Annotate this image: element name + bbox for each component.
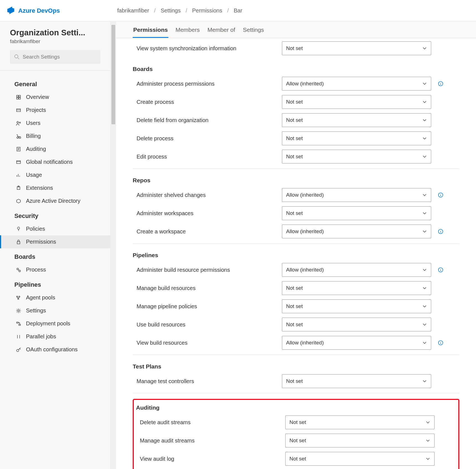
sidebar-item-label: Process bbox=[26, 267, 46, 273]
permission-select[interactable]: Not set bbox=[282, 281, 431, 295]
permission-select[interactable]: Not set bbox=[282, 41, 431, 55]
breadcrumb-separator: / bbox=[185, 7, 187, 14]
tab-member-of[interactable]: Member of bbox=[207, 27, 236, 38]
tab-permissions[interactable]: Permissions bbox=[133, 27, 168, 38]
permission-select[interactable]: Not set bbox=[282, 318, 431, 331]
info-icon[interactable] bbox=[438, 192, 443, 198]
permission-row: Administer shelved changesAllow (inherit… bbox=[133, 186, 459, 204]
permission-row: Create a workspaceAllow (inherited) bbox=[133, 222, 459, 241]
permission-select[interactable]: Not set bbox=[282, 150, 431, 164]
permission-label: Manage build resources bbox=[133, 285, 282, 291]
sidebar-item-parallel-jobs[interactable]: Parallel jobs bbox=[0, 330, 110, 343]
billing-icon bbox=[15, 133, 22, 139]
permission-select[interactable]: Not set bbox=[282, 131, 431, 145]
sidebar-item-label: Users bbox=[26, 120, 40, 126]
breadcrumb-separator: / bbox=[154, 7, 156, 14]
sidebar-item-label: Auditing bbox=[26, 146, 46, 152]
permission-select[interactable]: Not set bbox=[282, 113, 431, 127]
nav: GeneralOverviewProjectsUsersBillingAudit… bbox=[0, 76, 110, 356]
permission-select[interactable]: Not set bbox=[285, 415, 435, 429]
search-box[interactable] bbox=[10, 50, 100, 64]
sidebar-item-permissions[interactable]: Permissions bbox=[0, 235, 110, 248]
chevron-down-icon bbox=[425, 420, 430, 425]
agent-pools-icon bbox=[15, 295, 22, 301]
permission-select[interactable]: Not set bbox=[282, 299, 431, 313]
permission-label: View system synchronization information bbox=[133, 45, 282, 52]
permission-select[interactable]: Not set bbox=[282, 206, 431, 220]
chevron-down-icon bbox=[422, 154, 427, 159]
breadcrumb: fabrikamfiber/Settings/Permissions/Bar bbox=[117, 7, 242, 14]
permission-row: Delete processNot set bbox=[133, 129, 459, 147]
permission-select[interactable]: Allow (inherited) bbox=[282, 77, 431, 91]
permission-value: Not set bbox=[289, 419, 306, 425]
permission-value: Allow (inherited) bbox=[286, 267, 324, 273]
permission-label: Create a workspace bbox=[133, 228, 282, 235]
tab-settings[interactable]: Settings bbox=[242, 27, 265, 38]
sidebar-item-label: Settings bbox=[26, 307, 46, 314]
breadcrumb-item[interactable]: Bar bbox=[234, 7, 242, 14]
permission-select[interactable]: Not set bbox=[285, 434, 435, 447]
permission-select[interactable]: Allow (inherited) bbox=[282, 225, 431, 238]
sidebar-item-label: Overview bbox=[26, 94, 49, 100]
permissions-body: View system synchronization informationN… bbox=[133, 38, 459, 469]
sidebar-item-deployment-pools[interactable]: Deployment pools bbox=[0, 317, 110, 330]
permission-row: Administer process permissionsAllow (inh… bbox=[133, 75, 459, 93]
chevron-down-icon bbox=[425, 456, 430, 461]
permission-label: Manage pipeline policies bbox=[133, 303, 282, 310]
sidebar-item-usage[interactable]: Usage bbox=[0, 168, 110, 181]
sidebar-item-label: Usage bbox=[26, 172, 42, 178]
sidebar-item-label: Billing bbox=[26, 133, 41, 139]
sidebar-item-agent-pools[interactable]: Agent pools bbox=[0, 291, 110, 304]
breadcrumb-item[interactable]: Settings bbox=[161, 7, 181, 14]
permission-select[interactable]: Allow (inherited) bbox=[282, 263, 431, 277]
info-icon[interactable] bbox=[438, 229, 443, 234]
chevron-down-icon bbox=[422, 322, 427, 327]
sidebar-item-overview[interactable]: Overview bbox=[0, 91, 110, 104]
sidebar-item-billing[interactable]: Billing bbox=[0, 130, 110, 143]
permission-row: View audit logNot set bbox=[136, 450, 456, 468]
sidebar-item-projects[interactable]: Projects bbox=[0, 104, 110, 117]
tabs: PermissionsMembersMember ofSettings bbox=[116, 22, 476, 38]
breadcrumb-item[interactable]: fabrikamfiber bbox=[117, 7, 149, 14]
chevron-down-icon bbox=[422, 99, 427, 104]
permission-row: Edit processNot set bbox=[133, 147, 459, 166]
sidebar-item-users[interactable]: Users bbox=[0, 117, 110, 130]
sidebar-item-global-notifications[interactable]: Global notifications bbox=[0, 156, 110, 168]
permission-row: Create processNot set bbox=[133, 93, 459, 111]
scrollbar-thumb[interactable] bbox=[111, 25, 115, 124]
permission-select[interactable]: Not set bbox=[282, 95, 431, 109]
main: PermissionsMembersMember ofSettings View… bbox=[116, 22, 476, 469]
permission-select[interactable]: Allow (inherited) bbox=[282, 188, 431, 202]
permission-value: Not set bbox=[286, 303, 303, 309]
tab-members[interactable]: Members bbox=[175, 27, 200, 38]
sidebar-scrollbar[interactable] bbox=[111, 22, 116, 469]
sidebar-item-auditing[interactable]: Auditing bbox=[0, 143, 110, 156]
info-icon[interactable] bbox=[438, 267, 443, 273]
sidebar-item-policies[interactable]: Policies bbox=[0, 222, 110, 235]
chevron-down-icon bbox=[422, 193, 427, 197]
permission-label: Create process bbox=[133, 99, 282, 105]
breadcrumb-item[interactable]: Permissions bbox=[192, 7, 222, 14]
sidebar-item-process[interactable]: Process bbox=[0, 263, 110, 276]
permissions-icon bbox=[15, 239, 22, 245]
info-icon[interactable] bbox=[438, 340, 443, 346]
brand[interactable]: Azure DevOps bbox=[7, 6, 117, 16]
chevron-down-icon bbox=[422, 340, 427, 345]
permission-select[interactable]: Not set bbox=[285, 452, 435, 466]
search-icon bbox=[14, 54, 19, 60]
permission-group-heading: Boards bbox=[133, 57, 459, 75]
info-icon[interactable] bbox=[438, 81, 443, 86]
permission-value: Not set bbox=[286, 378, 303, 384]
sidebar-item-label: Agent pools bbox=[26, 294, 55, 301]
sidebar-item-oauth[interactable]: OAuth configurations bbox=[0, 343, 110, 356]
permission-select[interactable]: Allow (inherited) bbox=[282, 336, 431, 350]
process-icon bbox=[15, 267, 22, 273]
sidebar-item-settings[interactable]: Settings bbox=[0, 304, 110, 317]
permission-label: Delete audit streams bbox=[136, 419, 285, 426]
sidebar-item-extensions[interactable]: Extensions bbox=[0, 181, 110, 194]
permission-label: Manage test controllers bbox=[133, 378, 282, 384]
sidebar-item-aad[interactable]: Azure Active Directory bbox=[0, 194, 110, 207]
sidebar-item-label: Policies bbox=[26, 226, 45, 232]
permission-select[interactable]: Not set bbox=[282, 374, 431, 388]
search-input[interactable] bbox=[23, 54, 96, 60]
